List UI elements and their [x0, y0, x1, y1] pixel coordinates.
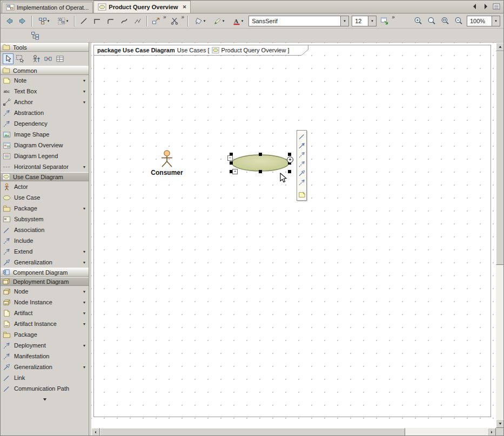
palette-common-horizontal-separator[interactable]: Horizontal Separator▾ [1, 161, 89, 172]
horizontal-scrollbar[interactable] [91, 428, 496, 436]
chevron-down-icon[interactable]: ▾ [83, 165, 85, 169]
line-color-dropdown[interactable]: ▾ [210, 15, 228, 28]
palette-use-case-diagram-extend[interactable]: Extend▾ [1, 246, 89, 257]
palette-common-diagram-legend[interactable]: Diagram Legend [1, 151, 89, 161]
palette-deployment-diagram-node[interactable]: Node▾ [1, 286, 89, 297]
scroll-up-button[interactable] [496, 43, 504, 51]
expand-button[interactable]: + [232, 169, 238, 174]
directed-association-tool-button[interactable] [298, 141, 306, 149]
palette-common-anchor[interactable]: Anchor▾ [1, 97, 89, 107]
table-tool[interactable] [55, 53, 65, 64]
toolbar-overflow-marker[interactable]: » [163, 14, 166, 20]
rounded-path-button[interactable] [104, 15, 117, 28]
vertical-scroll-thumb[interactable] [496, 51, 504, 265]
palette-deployment-diagram-package[interactable]: Package [1, 329, 89, 340]
layout-dropdown[interactable]: ▾ [53, 15, 72, 28]
chevron-down-icon[interactable]: ▾ [368, 16, 376, 26]
chevron-down-icon[interactable]: ▾ [83, 78, 85, 83]
palette-common-image-shape[interactable]: Image Shape [1, 129, 89, 140]
scroll-down-button[interactable] [496, 419, 504, 428]
font-size-select[interactable]: 12 ▾ [352, 16, 377, 26]
font-family-select[interactable]: SansSerif ▾ [248, 16, 349, 26]
cut-button[interactable] [168, 15, 181, 28]
dependency-tool-button[interactable] [298, 178, 306, 186]
frame-mode-button[interactable] [378, 15, 391, 28]
chevron-down-icon[interactable]: ▾ [83, 343, 85, 348]
selection-handle-n[interactable] [259, 153, 262, 156]
chevron-down-icon[interactable]: ▾ [83, 365, 85, 370]
diagram-list-button[interactable] [492, 2, 501, 11]
previous-diagram-button[interactable] [471, 2, 479, 11]
palette-common-dependency[interactable]: Dependency [1, 118, 89, 129]
palette-use-case-diagram-package[interactable]: Package▾ [1, 203, 89, 214]
palette-deployment-diagram-link[interactable]: Link [1, 372, 89, 383]
fill-color-dropdown[interactable]: ▾ [191, 15, 209, 28]
distribute-tool[interactable] [43, 53, 53, 64]
extend-tool-button[interactable] [298, 160, 306, 168]
zoom-original-button[interactable] [425, 15, 438, 28]
forward-button[interactable] [16, 15, 29, 28]
marquee-selection-tool[interactable] [15, 53, 25, 64]
palette-section-component-diagram[interactable]: Component Diagram [1, 268, 89, 277]
font-color-dropdown[interactable]: A▾ [229, 15, 247, 28]
palette-deployment-diagram-deployment[interactable]: Deployment▾ [1, 340, 89, 351]
scroll-right-button[interactable] [487, 428, 496, 436]
palette-use-case-diagram-include[interactable]: Include [1, 235, 89, 246]
chevron-down-icon[interactable]: ▾ [83, 311, 85, 316]
chevron-down-icon[interactable]: ▾ [83, 260, 85, 265]
generalization-tool-button[interactable] [298, 169, 306, 177]
association-tool-button[interactable] [298, 132, 306, 140]
palette-deployment-diagram-artifact-instance[interactable]: Artifact Instance▾ [1, 318, 89, 329]
palette-scroll-more-button[interactable] [1, 395, 89, 404]
selection-handle-se[interactable] [288, 170, 291, 173]
palette-section-use-case-diagram[interactable]: Use Case Diagram [1, 172, 89, 181]
palette-deployment-diagram-communication-path[interactable]: Communication Path [1, 383, 89, 394]
chevron-down-icon[interactable]: ▾ [492, 16, 500, 26]
zoom-level-select[interactable]: 100% ▾ [467, 16, 500, 26]
zoom-fit-button[interactable] [439, 15, 452, 28]
palette-use-case-diagram-generalization[interactable]: Generalization▾ [1, 257, 89, 268]
selection-handle-w[interactable] [230, 161, 233, 165]
tab-implementation-of-operat[interactable]: Implementation of Operat... [2, 2, 93, 13]
palette-section-deployment-diagram[interactable]: Deployment Diagram [1, 277, 89, 286]
palette-use-case-diagram-association[interactable]: Association [1, 224, 89, 235]
chevron-down-icon[interactable]: ▾ [83, 206, 85, 211]
palette-deployment-diagram-generalization[interactable]: Generalization▾ [1, 362, 89, 372]
horizontal-scroll-thumb[interactable] [100, 428, 405, 436]
rectilinear-path-button[interactable] [91, 15, 104, 28]
vertical-scrollbar[interactable] [496, 43, 504, 428]
related-elements-dropdown[interactable]: ▾ [35, 15, 53, 28]
palette-deployment-diagram-node-instance[interactable]: Node Instance▾ [1, 297, 89, 308]
toolbar-overflow-marker[interactable]: » [392, 14, 394, 20]
zoom-out-button[interactable] [452, 15, 465, 28]
palette-section-common[interactable]: Common [1, 66, 89, 75]
chevron-down-icon[interactable]: ▾ [83, 322, 85, 326]
tab-product-query-overview[interactable]: Product Query Overview✕ [93, 1, 191, 13]
diagram-canvas[interactable]: package Use Case Diagram Use Cases [ Pro… [91, 43, 496, 428]
palette-common-text-box[interactable]: abcText Box▾ [1, 86, 89, 97]
palette-use-case-diagram-actor[interactable]: Actor [1, 181, 89, 192]
actor-consumer[interactable] [159, 149, 174, 169]
smart-link-button[interactable]: + [287, 156, 293, 163]
chevron-down-icon[interactable]: ▾ [83, 289, 85, 294]
chevron-down-icon[interactable]: ▾ [83, 89, 85, 94]
selected-use-case[interactable] [231, 154, 290, 172]
next-diagram-button[interactable] [481, 2, 490, 11]
selection-handle-s[interactable] [259, 170, 262, 173]
scroll-left-button[interactable] [91, 428, 100, 436]
back-button[interactable] [3, 15, 16, 28]
palette-use-case-diagram-subsystem[interactable]: Subsystem [1, 214, 89, 224]
spline-path-button[interactable] [131, 15, 144, 28]
palette-deployment-diagram-manifestation[interactable]: Manifestation [1, 351, 89, 362]
palette-use-case-diagram-use-case[interactable]: Use Case [1, 192, 89, 203]
chevron-down-icon[interactable]: ▾ [83, 249, 85, 254]
collapse-button[interactable]: − [227, 155, 233, 161]
palette-section-tools[interactable]: Tools [1, 43, 89, 52]
palette-deployment-diagram-artifact[interactable]: Artifact▾ [1, 308, 89, 318]
palette-common-note[interactable]: Note▾ [1, 75, 89, 86]
pointer-tool[interactable] [3, 53, 14, 64]
bezier-path-button[interactable] [118, 15, 131, 28]
chevron-down-icon[interactable]: ▾ [83, 300, 85, 305]
containment-tree-button[interactable] [29, 29, 42, 42]
zoom-in-button[interactable] [412, 15, 425, 28]
